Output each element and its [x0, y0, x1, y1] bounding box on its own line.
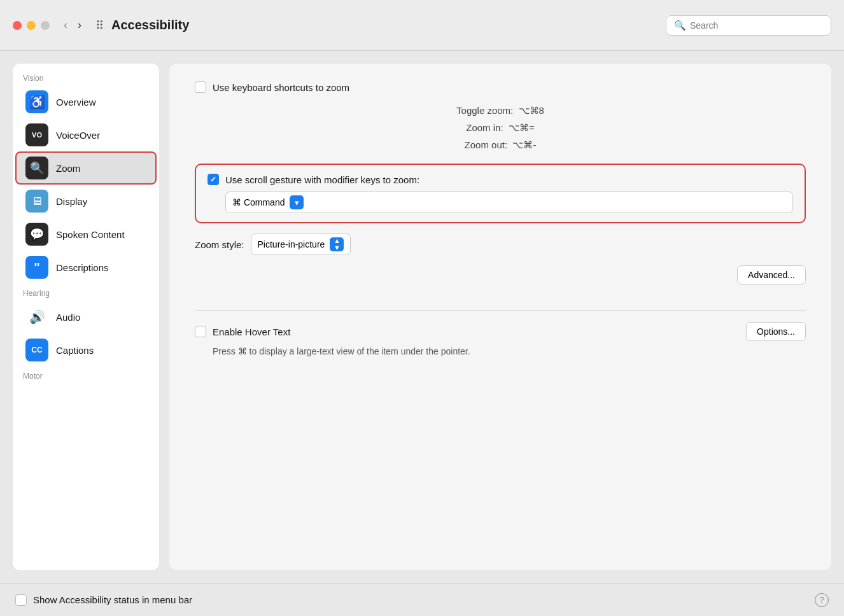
command-dropdown-label: ⌘ Command	[232, 197, 285, 207]
section-label-hearing: Hearing	[13, 284, 159, 300]
voiceover-icon: VO	[25, 123, 48, 146]
sidebar-item-label: VoiceOver	[56, 130, 100, 141]
sidebar-item-overview[interactable]: ♿ Overview	[15, 85, 157, 118]
keyboard-shortcuts-label: Use keyboard shortcuts to zoom	[213, 82, 349, 93]
sidebar-item-label: Display	[56, 196, 87, 207]
section-label-vision: Vision	[13, 69, 159, 85]
sidebar-item-label: Audio	[56, 312, 80, 323]
scroll-gesture-checkbox[interactable]	[207, 174, 219, 185]
descriptions-icon: "	[25, 256, 48, 279]
forward-button[interactable]: ›	[74, 17, 85, 33]
show-status-row: Show Accessibility status in menu bar	[15, 594, 192, 606]
show-status-label: Show Accessibility status in menu bar	[33, 594, 192, 605]
shortcuts-block: Toggle zoom: ⌥⌘8 Zoom in: ⌥⌘= Zoom out: …	[195, 102, 806, 153]
zoom-out-row: Zoom out: ⌥⌘-	[195, 136, 806, 153]
zoom-style-label: Zoom style:	[195, 239, 244, 250]
sidebar-item-label: Overview	[56, 97, 96, 108]
sidebar-item-zoom[interactable]: 🔍 Zoom	[15, 151, 157, 185]
zoom-style-dropdown[interactable]: Picture-in-picture ▲▼	[251, 234, 351, 255]
sidebar-item-captions[interactable]: CC Captions	[15, 333, 157, 367]
toggle-zoom-row: Toggle zoom: ⌥⌘8	[195, 102, 806, 119]
scroll-gesture-label: Use scroll gesture with modifier keys to…	[225, 174, 419, 185]
minimize-button[interactable]	[27, 21, 36, 30]
dropdown-arrow-icon: ▾	[290, 195, 304, 209]
maximize-button[interactable]	[41, 21, 50, 30]
scroll-gesture-box: Use scroll gesture with modifier keys to…	[195, 164, 806, 223]
sidebar-item-label: Spoken Content	[56, 229, 125, 240]
overview-icon: ♿	[25, 90, 48, 113]
section-label-motor: Motor	[13, 367, 159, 383]
keyboard-shortcuts-checkbox[interactable]	[195, 81, 206, 93]
audio-icon: 🔊	[25, 305, 48, 328]
bottom-bar: Show Accessibility status in menu bar ?	[0, 583, 844, 616]
zoom-icon: 🔍	[25, 157, 48, 179]
keyboard-shortcuts-row: Use keyboard shortcuts to zoom	[195, 81, 806, 93]
hover-text-row: Enable Hover Text Options...	[195, 322, 806, 341]
sidebar-item-label: Zoom	[56, 163, 80, 174]
hover-text-description: Press ⌘ to display a large-text view of …	[213, 346, 806, 356]
zoom-style-value: Picture-in-picture	[258, 239, 325, 249]
help-button[interactable]: ?	[815, 593, 829, 607]
show-status-checkbox[interactable]	[15, 594, 27, 606]
sidebar: Vision ♿ Overview VO VoiceOver 🔍 Zoom 🖥 …	[13, 64, 159, 570]
scroll-gesture-row: Use scroll gesture with modifier keys to…	[207, 174, 793, 185]
hover-text-label: Enable Hover Text	[213, 326, 290, 337]
page-title: Accessibility	[111, 18, 666, 32]
spoken-content-icon: 💬	[25, 223, 48, 246]
zoom-in-value: ⌥⌘=	[509, 122, 535, 133]
sidebar-item-label: Captions	[56, 345, 94, 356]
grid-icon[interactable]: ⠿	[95, 18, 104, 32]
nav-arrows: ‹ ›	[60, 17, 85, 33]
zoom-style-arrows-icon: ▲▼	[330, 237, 344, 251]
options-button[interactable]: Options...	[746, 322, 806, 341]
window-controls	[13, 21, 50, 30]
main-content: Vision ♿ Overview VO VoiceOver 🔍 Zoom 🖥 …	[0, 51, 844, 583]
captions-icon: CC	[25, 339, 48, 361]
advanced-button[interactable]: Advanced...	[737, 265, 806, 284]
sidebar-item-display[interactable]: 🖥 Display	[15, 185, 157, 218]
sidebar-item-descriptions[interactable]: " Descriptions	[15, 251, 157, 284]
divider	[195, 310, 806, 311]
display-icon: 🖥	[25, 190, 48, 213]
sidebar-item-voiceover[interactable]: VO VoiceOver	[15, 118, 157, 151]
sidebar-item-spoken-content[interactable]: 💬 Spoken Content	[15, 218, 157, 251]
hover-text-checkbox[interactable]	[195, 326, 206, 337]
search-bar[interactable]: 🔍	[666, 15, 831, 36]
search-input[interactable]	[690, 20, 823, 31]
command-dropdown[interactable]: ⌘ Command ▾	[225, 192, 793, 213]
search-icon: 🔍	[674, 20, 686, 31]
zoom-in-row: Zoom in: ⌥⌘=	[195, 119, 806, 136]
zoom-in-label: Zoom in:	[466, 122, 503, 133]
zoom-out-label: Zoom out:	[465, 139, 508, 150]
toggle-zoom-value: ⌥⌘8	[519, 105, 544, 116]
close-button[interactable]	[13, 21, 22, 30]
zoom-out-value: ⌥⌘-	[512, 139, 536, 150]
toggle-zoom-label: Toggle zoom:	[456, 105, 513, 116]
right-panel: Use keyboard shortcuts to zoom Toggle zo…	[169, 64, 831, 570]
back-button[interactable]: ‹	[60, 17, 71, 33]
sidebar-item-audio[interactable]: 🔊 Audio	[15, 300, 157, 333]
titlebar: ‹ › ⠿ Accessibility 🔍	[0, 0, 844, 51]
sidebar-item-label: Descriptions	[56, 262, 109, 273]
zoom-style-row: Zoom style: Picture-in-picture ▲▼	[195, 234, 806, 255]
